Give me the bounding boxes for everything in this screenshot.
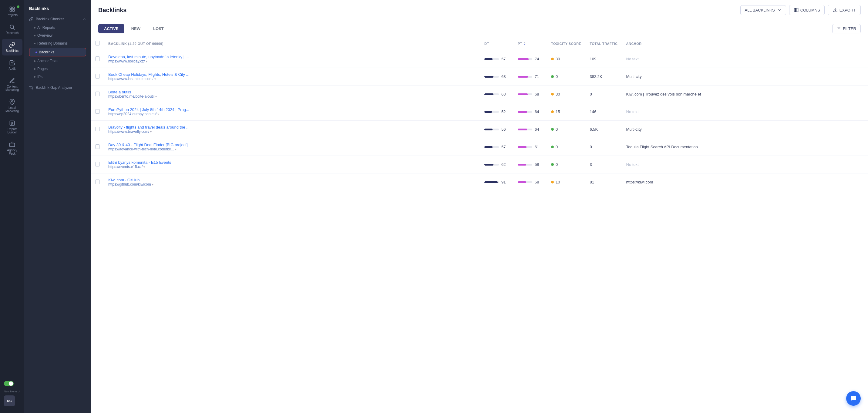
sidebar-item-all-reports[interactable]: All Reports bbox=[24, 24, 91, 32]
dt-score: 63 bbox=[484, 92, 509, 96]
sidebar-item-local-marketing[interactable]: Local Marketing bbox=[2, 96, 23, 116]
user-avatar[interactable]: DC bbox=[4, 395, 15, 406]
toxicity-value: 10 bbox=[556, 180, 560, 184]
backlink-title[interactable]: Day 39 & 40 - Flight Deal Finder [BIG pr… bbox=[108, 142, 188, 147]
row-checkbox[interactable] bbox=[95, 56, 100, 61]
traffic-value: 81 bbox=[590, 180, 594, 184]
url-caret[interactable]: ▾ bbox=[150, 130, 152, 133]
row-checkbox[interactable] bbox=[95, 92, 100, 96]
url-caret[interactable]: ▾ bbox=[144, 165, 145, 168]
traffic-value: 146 bbox=[590, 109, 596, 114]
sidebar-item-agency-pack[interactable]: Agency Pack bbox=[2, 138, 23, 158]
sidebar-item-gap-analyzer[interactable]: Backlink Gap Analyzer bbox=[24, 83, 91, 92]
traffic-value: 109 bbox=[590, 57, 596, 61]
toxicity-value: 0 bbox=[556, 127, 558, 132]
th-toxicity-label: TOXICITY SCORE bbox=[551, 42, 581, 45]
all-backlinks-dropdown[interactable]: ALL BACKLINKS bbox=[740, 5, 786, 15]
pt-score: 61 bbox=[518, 145, 542, 149]
sidebar-item-backlinks[interactable]: Backlinks bbox=[2, 39, 23, 56]
sidebar-item-pages[interactable]: Pages bbox=[24, 65, 91, 73]
tab-lost[interactable]: LOST bbox=[147, 24, 169, 33]
chat-button[interactable] bbox=[846, 391, 861, 406]
toxicity-dot bbox=[551, 93, 554, 96]
dt-score: 63 bbox=[484, 74, 509, 79]
row-checkbox[interactable] bbox=[95, 180, 100, 184]
sidebar-item-audit[interactable]: Audit bbox=[2, 57, 23, 73]
svg-rect-3 bbox=[13, 10, 14, 11]
sidebar-group-backlink-checker: Backlink Checker All Reports Overview Re… bbox=[24, 14, 91, 81]
svg-rect-15 bbox=[794, 8, 795, 12]
filter-label: FILTER bbox=[843, 26, 856, 31]
sidebar-item-referring-domains[interactable]: Referring Domains bbox=[24, 39, 91, 47]
sidebar-group-label-backlink-checker: Backlink Checker bbox=[36, 17, 64, 21]
anchor-value: Multi-city bbox=[626, 127, 642, 132]
pt-value: 64 bbox=[535, 127, 542, 132]
select-all-checkbox[interactable] bbox=[95, 41, 100, 45]
table-container: BACKLINK (1-20 OUT OF 99999) DT PT bbox=[91, 37, 868, 413]
backlink-url: https://www.lastminute.com/ ▾ bbox=[108, 77, 476, 81]
toxicity-dot bbox=[551, 163, 554, 166]
sidebar-item-anchor-texts[interactable]: Anchor Texts bbox=[24, 57, 91, 65]
tab-new[interactable]: NEW bbox=[126, 24, 146, 33]
toxicity-value: 0 bbox=[556, 145, 558, 149]
pt-sort-icon[interactable] bbox=[524, 42, 526, 45]
new-menu-switch[interactable] bbox=[4, 381, 14, 386]
dt-value: 62 bbox=[501, 162, 508, 167]
row-checkbox[interactable] bbox=[95, 144, 100, 149]
url-caret[interactable]: ▾ bbox=[175, 148, 177, 151]
row-checkbox[interactable] bbox=[95, 74, 100, 78]
url-caret[interactable]: ▾ bbox=[155, 95, 157, 98]
toxicity-dot bbox=[551, 110, 554, 113]
th-traffic: TOTAL TRAFFIC bbox=[585, 37, 622, 50]
columns-button[interactable]: COLUMNS bbox=[789, 5, 825, 15]
sidebar-item-backlinks-active[interactable]: Backlinks bbox=[29, 48, 86, 56]
dt-value: 91 bbox=[501, 180, 508, 184]
traffic-value: 0 bbox=[590, 92, 592, 96]
pt-value: 61 bbox=[535, 145, 542, 149]
svg-rect-11 bbox=[10, 143, 15, 147]
tab-active[interactable]: ACTIVE bbox=[98, 24, 124, 33]
sidebar-bottom: New Menu UI DC bbox=[0, 375, 24, 410]
filter-button[interactable]: FILTER bbox=[832, 24, 861, 33]
row-checkbox[interactable] bbox=[95, 109, 100, 114]
sidebar-group-gap-analyzer: Backlink Gap Analyzer bbox=[24, 83, 91, 92]
anchor-value: Kiwi.com | Trouvez des vols bon marché e… bbox=[626, 92, 701, 96]
url-caret[interactable]: ▾ bbox=[154, 77, 156, 81]
toxicity-cell: 0 bbox=[551, 127, 581, 132]
toxicity-value: 30 bbox=[556, 57, 560, 61]
backlink-url: https://www.bravofly.com/ ▾ bbox=[108, 129, 476, 134]
sidebar-item-report-builder[interactable]: Report Builder bbox=[2, 117, 23, 137]
sidebar-item-overview[interactable]: Overview bbox=[24, 32, 91, 39]
sidebar-label-all-reports: All Reports bbox=[37, 26, 55, 30]
sidebar-item-projects[interactable]: Projects bbox=[2, 3, 23, 20]
tabs: ACTIVE NEW LOST bbox=[98, 24, 169, 33]
backlink-title[interactable]: Kiwi.com · GitHub bbox=[108, 178, 140, 182]
backlink-title[interactable]: Elitní byznys komunita - E15 Events bbox=[108, 160, 171, 165]
dt-value: 63 bbox=[501, 74, 508, 79]
backlink-title[interactable]: EuroPython 2024 | July 8th-14th 2024 | P… bbox=[108, 107, 189, 112]
table-row: Book Cheap Holidays, Flights, Hotels & C… bbox=[91, 68, 868, 86]
pt-value: 71 bbox=[535, 74, 542, 79]
columns-label: COLUMNS bbox=[800, 8, 820, 12]
row-checkbox[interactable] bbox=[95, 127, 100, 131]
url-caret[interactable]: ▾ bbox=[157, 113, 159, 116]
new-menu-toggle[interactable] bbox=[4, 378, 21, 389]
url-caret[interactable]: ▾ bbox=[146, 60, 147, 63]
url-caret[interactable]: ▾ bbox=[152, 183, 153, 186]
backlink-title[interactable]: Dovolená, last minute, ubytování a leten… bbox=[108, 55, 189, 59]
sidebar-item-content-marketing[interactable]: Content Marketing bbox=[2, 74, 23, 95]
dt-score: 91 bbox=[484, 180, 509, 184]
backlink-title[interactable]: Bravofly - flights and travel deals arou… bbox=[108, 125, 190, 129]
svg-rect-17 bbox=[797, 8, 798, 12]
row-checkbox[interactable] bbox=[95, 162, 100, 166]
pt-value: 74 bbox=[535, 57, 542, 61]
backlink-title[interactable]: Boîte à outils bbox=[108, 90, 131, 94]
anchor-value: No text bbox=[626, 109, 639, 114]
sidebar-item-research[interactable]: Research bbox=[2, 21, 23, 38]
table-body: Dovolená, last minute, ubytování a leten… bbox=[91, 50, 868, 191]
backlink-title[interactable]: Book Cheap Holidays, Flights, Hotels & C… bbox=[108, 72, 189, 77]
pt-score: 71 bbox=[518, 74, 542, 79]
export-button[interactable]: EXPORT bbox=[828, 5, 861, 15]
sidebar-group-header-backlink-checker[interactable]: Backlink Checker bbox=[24, 14, 91, 24]
sidebar-item-ips[interactable]: IPs bbox=[24, 73, 91, 81]
